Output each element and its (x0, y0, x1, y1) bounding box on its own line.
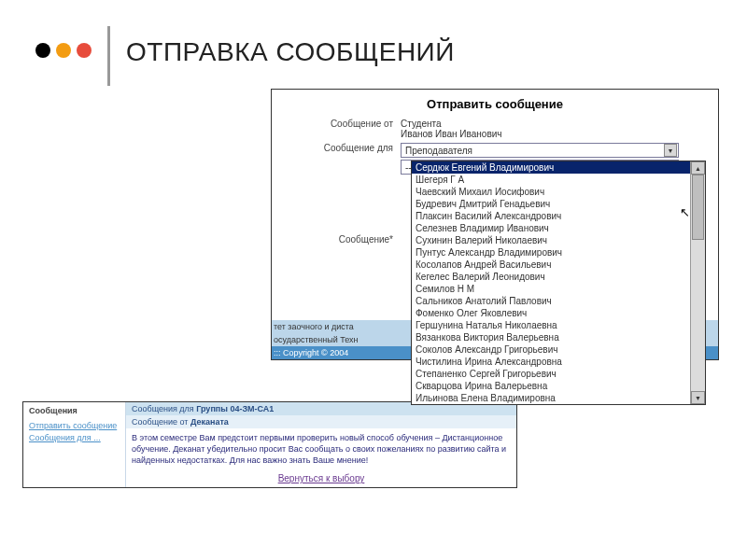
label-from: Сообщение от (279, 119, 401, 129)
sidebar-heading: Сообщения (29, 406, 120, 415)
sidebar: Сообщения Отправить сообщение Сообщения … (23, 402, 126, 487)
message-body: В этом семестре Вам предстоит первыми пр… (126, 428, 516, 469)
back-link[interactable]: Вернуться к выбору (278, 473, 365, 483)
dot-icon (77, 43, 92, 58)
dropdown-items: Сердюк Евгений ВладимировичШегеря Г АЧае… (412, 161, 690, 404)
cursor-icon: ↖ (680, 205, 690, 219)
dropdown-item[interactable]: Ильинова Елена Владимировна (412, 392, 690, 404)
dropdown-item[interactable]: Скварцова Ирина Валерьевна (412, 380, 690, 392)
dropdown-item[interactable]: Чистилина Ирина Александровна (412, 356, 690, 368)
from-role: Студента (401, 119, 711, 129)
dot-icon (35, 43, 50, 58)
scroll-thumb[interactable] (692, 175, 704, 240)
label-to: Сообщение для (279, 143, 401, 153)
dropdown-item[interactable]: Плаксин Василий Александрович (412, 210, 690, 222)
dropdown-item[interactable]: Фоменко Олег Яковлевич (412, 307, 690, 319)
label-message: Сообщение* (279, 234, 401, 245)
dropdown-item[interactable]: Степаненко Сергей Григорьевич (412, 368, 690, 380)
chevron-down-icon[interactable]: ▼ (664, 144, 677, 157)
scrollbar[interactable]: ▲ ▼ (690, 161, 705, 404)
recipient-type-select[interactable]: Преподавателя ▼ (401, 143, 679, 158)
dropdown-item[interactable]: Соколов Александр Григорьевич (412, 343, 690, 356)
dropdown-item[interactable]: Вязанкова Виктория Валерьевна (412, 331, 690, 343)
scroll-up-icon[interactable]: ▲ (691, 161, 705, 175)
dropdown-item[interactable]: Косолапов Андрей Васильевич (412, 259, 690, 271)
dropdown-item[interactable]: Чаевский Михаил Иосифович (412, 186, 690, 198)
dropdown-item[interactable]: Сальников Анатолий Павлович (412, 295, 690, 307)
scroll-down-icon[interactable]: ▼ (691, 391, 705, 404)
recipient-dropdown[interactable]: Сердюк Евгений ВладимировичШегеря Г АЧае… (411, 161, 706, 405)
dropdown-item[interactable]: Кегелес Валерий Леонидович (412, 271, 690, 283)
sidebar-link-for[interactable]: Сообщения для ... (29, 433, 120, 442)
select-value: Преподавателя (405, 146, 472, 156)
dropdown-item[interactable]: Сердюк Евгений Владимирович (412, 161, 690, 174)
value-from: Студента Иванов Иван Иванович (401, 119, 711, 139)
dropdown-item[interactable]: Шегеря Г А (412, 174, 690, 186)
from-name: Иванов Иван Иванович (401, 129, 711, 139)
dropdown-item[interactable]: Семилов Н М (412, 283, 690, 295)
dropdown-item[interactable]: Пунтус Александр Владимирович (412, 246, 690, 259)
dot-icon (56, 43, 71, 58)
slide-title: ОТПРАВКА СООБЩЕНИЙ (126, 37, 455, 67)
inbox-panel: Сообщения Отправить сообщение Сообщения … (22, 401, 517, 488)
back-row: Вернуться к выбору (126, 469, 516, 487)
sidebar-link-send[interactable]: Отправить сообщение (29, 421, 120, 430)
dropdown-item[interactable]: Селезнев Владимир Иванович (412, 222, 690, 234)
dropdown-item[interactable]: Сухинин Валерий Николаевич (412, 234, 690, 246)
divider (107, 26, 110, 86)
inbox-from: Сообщение от Деканата (126, 415, 516, 428)
bullet-dots (35, 43, 92, 58)
dropdown-item[interactable]: Гершунина Наталья Николаевна (412, 319, 690, 331)
form-title: Отправить сообщение (272, 90, 718, 117)
dropdown-item[interactable]: Будревич Дмитрий Генадьевич (412, 198, 690, 210)
